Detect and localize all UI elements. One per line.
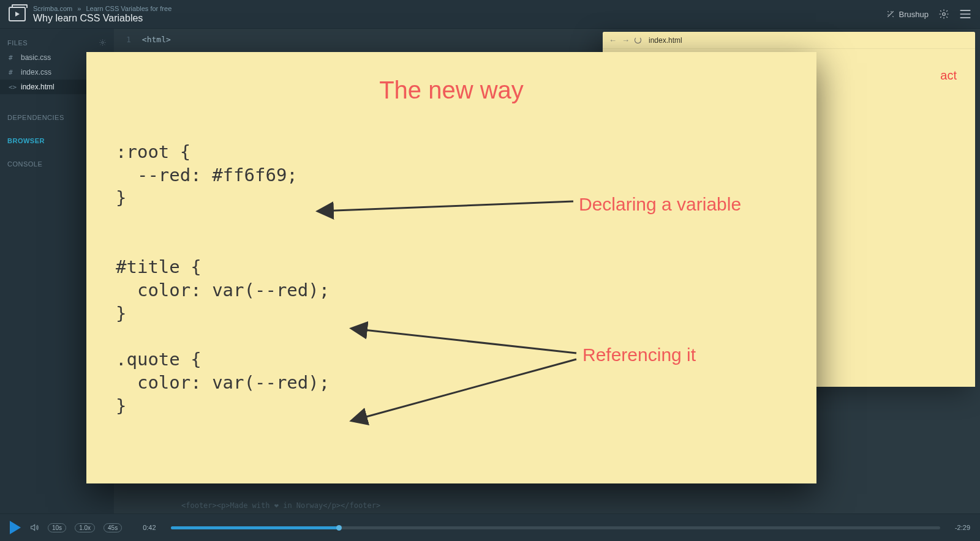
wand-icon bbox=[886, 9, 895, 19]
skip-forward-button[interactable]: 45s bbox=[104, 523, 122, 532]
code-icon: <> bbox=[9, 83, 16, 91]
svg-point-0 bbox=[943, 13, 946, 16]
gear-icon[interactable] bbox=[938, 9, 949, 20]
hash-icon: # bbox=[9, 54, 16, 62]
breadcrumb-site[interactable]: Scrimba.com bbox=[33, 5, 72, 12]
speed-button[interactable]: 1.0x bbox=[75, 523, 95, 532]
svg-point-1 bbox=[102, 42, 104, 43]
playback-bar: 10s 1.0x 45s 0:42 -2:29 bbox=[0, 513, 980, 541]
hash-icon: # bbox=[9, 69, 16, 76]
skip-back-button[interactable]: 10s bbox=[48, 523, 66, 532]
code-text: <html> bbox=[142, 35, 171, 44]
volume-icon[interactable] bbox=[29, 523, 39, 532]
top-bar: Scrimba.com » Learn CSS Variables for fr… bbox=[0, 0, 980, 29]
breadcrumb: Scrimba.com » Learn CSS Variables for fr… bbox=[33, 5, 172, 24]
menu-icon[interactable] bbox=[959, 9, 971, 19]
brushup-label: Brushup bbox=[899, 10, 929, 19]
preview-nav-fragment: act bbox=[940, 69, 957, 83]
play-button[interactable] bbox=[10, 521, 21, 534]
file-name: basic.css bbox=[21, 53, 51, 62]
progress-bar[interactable] bbox=[171, 526, 940, 529]
preview-toolbar: ← → index.html bbox=[603, 32, 975, 49]
progress-fill bbox=[171, 526, 340, 529]
brushup-button[interactable]: Brushup bbox=[886, 9, 929, 19]
annotation-referencing: Referencing it bbox=[582, 345, 696, 365]
slide-code: :root { --red: #ff6f69; } #title { color… bbox=[116, 141, 787, 417]
time-current: 0:42 bbox=[143, 524, 156, 531]
slide-title: The new way bbox=[116, 76, 787, 104]
time-remaining: -2:29 bbox=[955, 524, 970, 531]
file-name: index.html bbox=[21, 83, 55, 91]
breadcrumb-separator: » bbox=[77, 5, 81, 12]
forward-icon[interactable]: → bbox=[622, 35, 630, 45]
annotation-declaring: Declaring a variable bbox=[579, 194, 741, 215]
editor-stage: 1<html> <footer><p>Made with ❤ in Norway… bbox=[114, 29, 980, 513]
logo-icon[interactable] bbox=[9, 7, 26, 21]
page-title: Why learn CSS Variables bbox=[33, 13, 172, 24]
line-number: 1 bbox=[126, 35, 131, 44]
code-line-top: 1<html> bbox=[126, 35, 171, 44]
reload-icon[interactable] bbox=[635, 37, 641, 43]
file-name: index.css bbox=[21, 68, 51, 76]
back-icon[interactable]: ← bbox=[609, 35, 617, 45]
breadcrumb-course[interactable]: Learn CSS Variables for free bbox=[86, 5, 172, 12]
files-label: FILES bbox=[7, 39, 28, 47]
files-gear-icon[interactable] bbox=[99, 39, 107, 47]
code-line-footer: <footer><p>Made with ❤ in Norway</p></fo… bbox=[181, 501, 380, 510]
preview-filename: index.html bbox=[649, 36, 682, 45]
files-header: FILES bbox=[0, 35, 114, 50]
slide: The new way :root { --red: #ff6f69; } #t… bbox=[86, 52, 816, 483]
